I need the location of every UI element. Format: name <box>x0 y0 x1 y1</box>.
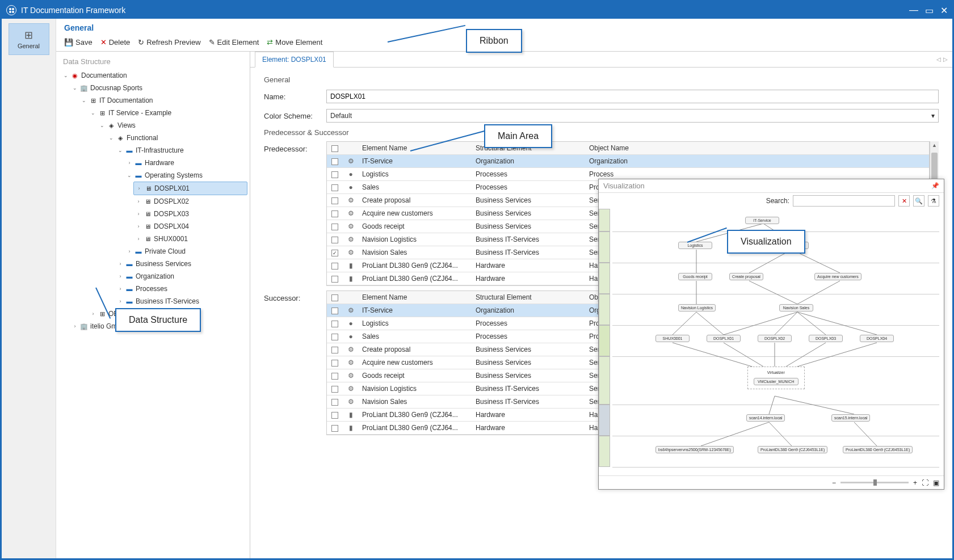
viz-node-proposal[interactable]: Create proposal <box>729 273 763 280</box>
row-checkbox[interactable] <box>331 412 338 419</box>
col-name[interactable]: Element Name <box>359 291 472 304</box>
viz-clear-icon[interactable]: ✕ <box>898 195 910 207</box>
viz-search-icon[interactable]: 🔍 <box>913 195 924 207</box>
sidebar-general-button[interactable]: ⊞ General <box>9 23 49 55</box>
tree-bits[interactable]: ›▬Business IT-Services <box>115 295 247 308</box>
row-type-icon: ⚙ <box>343 220 359 233</box>
server-icon: 🖥 <box>144 196 152 207</box>
row-checkbox[interactable] <box>331 276 338 283</box>
viz-node-scan2[interactable]: scan15.intern.local <box>831 414 870 422</box>
row-checkbox[interactable] <box>331 224 338 230</box>
tree-hardware[interactable]: ›▬Hardware <box>124 157 247 169</box>
tab-element[interactable]: Element: DOSPLX01 <box>255 52 334 68</box>
refresh-button[interactable]: ↻Refresh Preview <box>138 38 200 47</box>
table-row[interactable]: ⚙IT-ServiceOrganizationOrganization <box>327 155 929 168</box>
row-struct: Business Services <box>472 343 586 356</box>
close-icon[interactable]: ✕ <box>940 5 948 16</box>
row-checkbox[interactable] <box>331 308 338 314</box>
check-all[interactable] <box>331 145 338 152</box>
viz-node-d1[interactable]: DOSPLX01 <box>707 335 741 342</box>
minimize-icon[interactable]: — <box>909 5 918 16</box>
tree-itdoc[interactable]: ⌄⊞IT Documentation <box>79 94 247 107</box>
tree-opsys[interactable]: ⌄▬Operating Systems <box>124 169 247 182</box>
col-struct[interactable]: Structural Element <box>472 291 586 304</box>
tab-next-icon[interactable]: ▷ <box>943 56 948 62</box>
viz-node-virtualizer[interactable]: VirtualizerVMCluster_MUNICH <box>747 367 805 389</box>
tree-shux[interactable]: ›🖥SHUX0001 <box>133 233 247 245</box>
row-checkbox[interactable] <box>331 386 338 393</box>
tree-dosplx03[interactable]: ›🖥DOSPLX03 <box>133 208 247 220</box>
tree-documentation[interactable]: ⌄◉Documentation <box>61 69 247 82</box>
color-select[interactable]: Default▾ <box>326 109 939 123</box>
row-struct: Hardware <box>472 409 586 421</box>
viz-node-shux[interactable]: SHUX0001 <box>655 335 690 342</box>
row-checkbox[interactable] <box>331 347 338 353</box>
tab-prev-icon[interactable]: ◁ <box>936 56 941 62</box>
row-checkbox[interactable] <box>331 171 338 178</box>
save-button[interactable]: 💾Save <box>64 38 93 47</box>
viz-zoom-slider[interactable] <box>840 482 909 483</box>
viz-node-hw2[interactable]: ProLiantDL380 Gen9 (CZJ6453L1E) <box>758 446 827 453</box>
row-checkbox[interactable] <box>331 321 338 327</box>
row-checkbox[interactable] <box>331 197 338 204</box>
move-element-button[interactable]: ⇄Move Element <box>267 38 322 47</box>
tree-itinfra[interactable]: ⌄▬IT-Infrastructure <box>115 144 247 157</box>
tree-dosplx01[interactable]: ›🖥DOSPLX01 <box>133 182 247 195</box>
viz-search-input[interactable] <box>793 195 895 207</box>
viz-filter-icon[interactable]: ⚗ <box>928 195 939 207</box>
viz-node-d4[interactable]: DOSPLX04 <box>860 335 894 342</box>
tree-pcloud[interactable]: ›▬Private Cloud <box>124 245 247 258</box>
visualization-panel[interactable]: Visualization 📌 Search: ✕ 🔍 ⚗ IT-Service… <box>598 179 944 490</box>
tree-processes[interactable]: ›▬Processes <box>115 283 247 295</box>
tree-itservice-label: IT Service - Example <box>108 107 171 119</box>
viz-node-navsales[interactable]: Navision Sales <box>779 304 813 311</box>
tree-functional[interactable]: ⌄◈Functional <box>106 132 247 144</box>
tree-bservices[interactable]: ›▬Business Services <box>115 258 247 270</box>
tree-dosplx04[interactable]: ›🖥DOSPLX04 <box>133 220 247 233</box>
tree-dosplx02[interactable]: ›🖥DOSPLX02 <box>133 195 247 208</box>
viz-node-itservice[interactable]: IT-Service <box>745 217 779 224</box>
row-checkbox[interactable] <box>331 373 338 380</box>
tab-nav[interactable]: ◁▷ <box>936 56 948 62</box>
check-all[interactable] <box>331 294 338 301</box>
row-checkbox[interactable] <box>331 425 338 432</box>
viz-node-hw1[interactable]: bs64hpservervns2500(SRW-12345678E) <box>655 446 734 453</box>
tree-views[interactable]: ⌄◈Views <box>97 119 247 132</box>
viz-node-scan1[interactable]: scan14.intern.local <box>746 414 785 422</box>
pencil-icon: ✎ <box>209 38 215 47</box>
col-name[interactable]: Element Name <box>359 142 472 154</box>
viz-node-goods[interactable]: Goods receipt <box>678 273 712 280</box>
name-input[interactable] <box>326 90 939 103</box>
row-checkbox[interactable] <box>331 360 338 367</box>
svg-line-21 <box>701 422 769 446</box>
maximize-icon[interactable]: ▭ <box>925 5 934 16</box>
viz-pin-icon[interactable]: 📌 <box>931 182 939 190</box>
viz-node-d3[interactable]: DOSPLX03 <box>809 335 843 342</box>
row-name: Navision Logistics <box>359 233 472 246</box>
viz-node-d2[interactable]: DOSPLX02 <box>758 335 792 342</box>
scroll-up-icon[interactable]: ▲ <box>930 142 939 148</box>
tree-org[interactable]: ›▬Organization <box>115 270 247 283</box>
row-checkbox[interactable] <box>331 184 338 191</box>
row-checkbox[interactable] <box>331 399 338 406</box>
row-checkbox[interactable] <box>331 334 338 340</box>
row-checkbox[interactable] <box>331 263 338 270</box>
col-obj[interactable]: Object Name <box>586 142 929 154</box>
viz-fit-icon[interactable]: ⛶ <box>922 479 928 487</box>
row-checkbox[interactable] <box>331 210 338 217</box>
row-checkbox[interactable] <box>331 250 338 256</box>
delete-button[interactable]: ✕Delete <box>100 38 131 47</box>
viz-node-acquire[interactable]: Acquire new customers <box>814 273 861 280</box>
viz-center-icon[interactable]: ▣ <box>933 479 939 487</box>
viz-node-hw3[interactable]: ProLiantDL380 Gen9 (CZJ6453L1E) <box>843 446 913 453</box>
tree-itservice[interactable]: ⌄⊞IT Service - Example <box>88 107 247 119</box>
svg-line-11 <box>775 312 797 335</box>
viz-zoom-in-icon[interactable]: + <box>913 479 917 487</box>
viz-node-logistics[interactable]: Logistics <box>678 242 712 249</box>
edit-element-button[interactable]: ✎Edit Element <box>209 38 259 47</box>
viz-node-navlog[interactable]: Navision Logistics <box>678 304 716 311</box>
viz-zoom-out-icon[interactable]: − <box>832 479 836 487</box>
tree-docusnap[interactable]: ⌄🏢Docusnap Sports <box>70 82 247 94</box>
row-checkbox[interactable] <box>331 158 338 165</box>
row-checkbox[interactable] <box>331 237 338 243</box>
